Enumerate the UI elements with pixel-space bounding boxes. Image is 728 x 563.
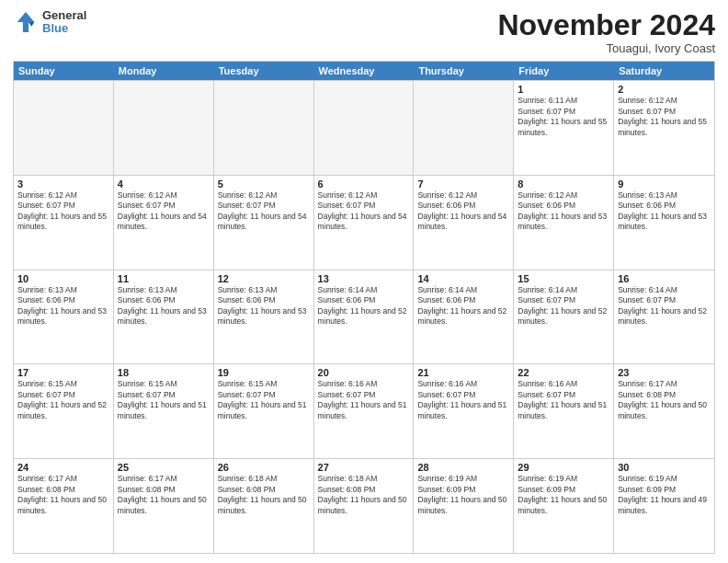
day-number: 6 — [318, 178, 410, 190]
day-info: Sunrise: 6:11 AMSunset: 6:07 PMDaylight:… — [518, 96, 609, 138]
day-info: Sunrise: 6:12 AMSunset: 6:07 PMDaylight:… — [618, 96, 711, 138]
logo: General Blue — [13, 9, 86, 36]
calendar-cell: 14Sunrise: 6:14 AMSunset: 6:06 PMDayligh… — [414, 270, 514, 364]
calendar-cell: 4Sunrise: 6:12 AMSunset: 6:07 PMDaylight… — [114, 176, 214, 270]
day-number: 10 — [17, 273, 109, 284]
day-info: Sunrise: 6:15 AMSunset: 6:07 PMDaylight:… — [17, 379, 109, 421]
calendar-body: 1Sunrise: 6:11 AMSunset: 6:07 PMDaylight… — [14, 80, 714, 553]
day-number: 2 — [618, 84, 711, 95]
title-month: November 2024 — [497, 9, 715, 41]
calendar-cell: 18Sunrise: 6:15 AMSunset: 6:07 PMDayligh… — [114, 364, 214, 458]
day-info: Sunrise: 6:13 AMSunset: 6:06 PMDaylight:… — [218, 285, 310, 327]
day-info: Sunrise: 6:12 AMSunset: 6:06 PMDaylight:… — [518, 190, 609, 233]
calendar-cell: 16Sunrise: 6:14 AMSunset: 6:07 PMDayligh… — [614, 270, 714, 364]
page: General Blue November 2024 Touagui, Ivor… — [0, 0, 728, 563]
day-info: Sunrise: 6:16 AMSunset: 6:07 PMDaylight:… — [417, 379, 509, 421]
day-info: Sunrise: 6:16 AMSunset: 6:07 PMDaylight:… — [318, 379, 410, 421]
weekday-header: Sunday — [14, 62, 114, 80]
day-number: 11 — [118, 273, 210, 284]
weekday-header: Saturday — [614, 62, 714, 80]
title-location: Touagui, Ivory Coast — [497, 41, 715, 55]
day-info: Sunrise: 6:19 AMSunset: 6:09 PMDaylight:… — [618, 474, 711, 516]
day-number: 21 — [417, 367, 509, 378]
calendar-cell: 28Sunrise: 6:19 AMSunset: 6:09 PMDayligh… — [414, 459, 514, 553]
day-number: 22 — [518, 367, 609, 378]
calendar-cell — [414, 81, 514, 175]
calendar-cell: 13Sunrise: 6:14 AMSunset: 6:06 PMDayligh… — [314, 270, 415, 364]
day-info: Sunrise: 6:15 AMSunset: 6:07 PMDaylight:… — [118, 379, 210, 421]
day-info: Sunrise: 6:15 AMSunset: 6:07 PMDaylight:… — [218, 379, 310, 421]
header: General Blue November 2024 Touagui, Ivor… — [13, 9, 715, 55]
day-info: Sunrise: 6:13 AMSunset: 6:06 PMDaylight:… — [118, 285, 210, 327]
day-number: 27 — [318, 462, 410, 473]
day-info: Sunrise: 6:18 AMSunset: 6:08 PMDaylight:… — [318, 474, 410, 516]
calendar-cell: 17Sunrise: 6:15 AMSunset: 6:07 PMDayligh… — [14, 364, 114, 458]
day-number: 17 — [17, 367, 109, 378]
logo-icon — [13, 9, 39, 35]
day-number: 24 — [17, 462, 109, 473]
weekday-header: Tuesday — [214, 62, 314, 80]
calendar-row: 17Sunrise: 6:15 AMSunset: 6:07 PMDayligh… — [14, 363, 714, 458]
calendar-cell: 15Sunrise: 6:14 AMSunset: 6:07 PMDayligh… — [514, 270, 614, 364]
day-number: 26 — [218, 462, 310, 473]
calendar-cell: 12Sunrise: 6:13 AMSunset: 6:06 PMDayligh… — [214, 270, 314, 364]
calendar-row: 10Sunrise: 6:13 AMSunset: 6:06 PMDayligh… — [14, 270, 714, 364]
calendar: SundayMondayTuesdayWednesdayThursdayFrid… — [13, 61, 715, 554]
calendar-cell: 27Sunrise: 6:18 AMSunset: 6:08 PMDayligh… — [314, 459, 415, 553]
day-info: Sunrise: 6:12 AMSunset: 6:07 PMDaylight:… — [118, 190, 210, 233]
day-info: Sunrise: 6:14 AMSunset: 6:06 PMDaylight:… — [318, 285, 410, 327]
calendar-cell: 19Sunrise: 6:15 AMSunset: 6:07 PMDayligh… — [214, 364, 314, 458]
calendar-cell: 2Sunrise: 6:12 AMSunset: 6:07 PMDaylight… — [614, 81, 714, 175]
day-info: Sunrise: 6:14 AMSunset: 6:06 PMDaylight:… — [417, 285, 509, 327]
calendar-cell: 22Sunrise: 6:16 AMSunset: 6:07 PMDayligh… — [514, 364, 614, 458]
day-info: Sunrise: 6:16 AMSunset: 6:07 PMDaylight:… — [518, 379, 609, 421]
day-info: Sunrise: 6:17 AMSunset: 6:08 PMDaylight:… — [17, 474, 109, 516]
day-number: 12 — [218, 273, 310, 284]
weekday-header: Friday — [514, 62, 614, 80]
calendar-cell: 20Sunrise: 6:16 AMSunset: 6:07 PMDayligh… — [314, 364, 415, 458]
day-info: Sunrise: 6:13 AMSunset: 6:06 PMDaylight:… — [618, 190, 711, 233]
calendar-row: 1Sunrise: 6:11 AMSunset: 6:07 PMDaylight… — [14, 80, 714, 175]
logo-text: General Blue — [42, 9, 86, 36]
day-info: Sunrise: 6:18 AMSunset: 6:08 PMDaylight:… — [218, 474, 310, 516]
day-number: 4 — [118, 178, 210, 190]
day-info: Sunrise: 6:17 AMSunset: 6:08 PMDaylight:… — [618, 379, 711, 421]
day-number: 3 — [17, 178, 109, 190]
calendar-cell: 9Sunrise: 6:13 AMSunset: 6:06 PMDaylight… — [614, 176, 714, 270]
weekday-header: Thursday — [414, 62, 514, 80]
calendar-cell: 21Sunrise: 6:16 AMSunset: 6:07 PMDayligh… — [414, 364, 514, 458]
calendar-cell: 1Sunrise: 6:11 AMSunset: 6:07 PMDaylight… — [514, 81, 614, 175]
day-number: 25 — [118, 462, 210, 473]
day-number: 13 — [318, 273, 410, 284]
calendar-cell: 5Sunrise: 6:12 AMSunset: 6:07 PMDaylight… — [214, 176, 314, 270]
day-number: 20 — [318, 367, 410, 378]
weekday-header: Wednesday — [314, 62, 415, 80]
calendar-row: 3Sunrise: 6:12 AMSunset: 6:07 PMDaylight… — [14, 175, 714, 270]
calendar-cell: 25Sunrise: 6:17 AMSunset: 6:08 PMDayligh… — [114, 459, 214, 553]
day-number: 8 — [518, 178, 609, 190]
logo-line1: General — [42, 9, 86, 22]
calendar-cell: 6Sunrise: 6:12 AMSunset: 6:07 PMDaylight… — [314, 176, 415, 270]
day-number: 16 — [618, 273, 711, 284]
day-info: Sunrise: 6:17 AMSunset: 6:08 PMDaylight:… — [118, 474, 210, 516]
day-info: Sunrise: 6:19 AMSunset: 6:09 PMDaylight:… — [518, 474, 609, 516]
calendar-cell — [14, 81, 114, 175]
day-number: 14 — [417, 273, 509, 284]
calendar-cell: 29Sunrise: 6:19 AMSunset: 6:09 PMDayligh… — [514, 459, 614, 553]
calendar-cell: 24Sunrise: 6:17 AMSunset: 6:08 PMDayligh… — [14, 459, 114, 553]
day-info: Sunrise: 6:12 AMSunset: 6:07 PMDaylight:… — [318, 190, 410, 233]
day-number: 1 — [518, 84, 609, 95]
logo-line2: Blue — [42, 22, 86, 35]
calendar-cell: 11Sunrise: 6:13 AMSunset: 6:06 PMDayligh… — [114, 270, 214, 364]
day-number: 9 — [618, 178, 711, 190]
calendar-cell — [314, 81, 415, 175]
calendar-cell: 26Sunrise: 6:18 AMSunset: 6:08 PMDayligh… — [214, 459, 314, 553]
day-number: 19 — [218, 367, 310, 378]
day-number: 5 — [218, 178, 310, 190]
title-block: November 2024 Touagui, Ivory Coast — [497, 9, 715, 55]
day-info: Sunrise: 6:13 AMSunset: 6:06 PMDaylight:… — [17, 285, 109, 327]
day-info: Sunrise: 6:14 AMSunset: 6:07 PMDaylight:… — [618, 285, 711, 327]
calendar-cell: 23Sunrise: 6:17 AMSunset: 6:08 PMDayligh… — [614, 364, 714, 458]
calendar-cell: 3Sunrise: 6:12 AMSunset: 6:07 PMDaylight… — [14, 176, 114, 270]
calendar-cell: 8Sunrise: 6:12 AMSunset: 6:06 PMDaylight… — [514, 176, 614, 270]
